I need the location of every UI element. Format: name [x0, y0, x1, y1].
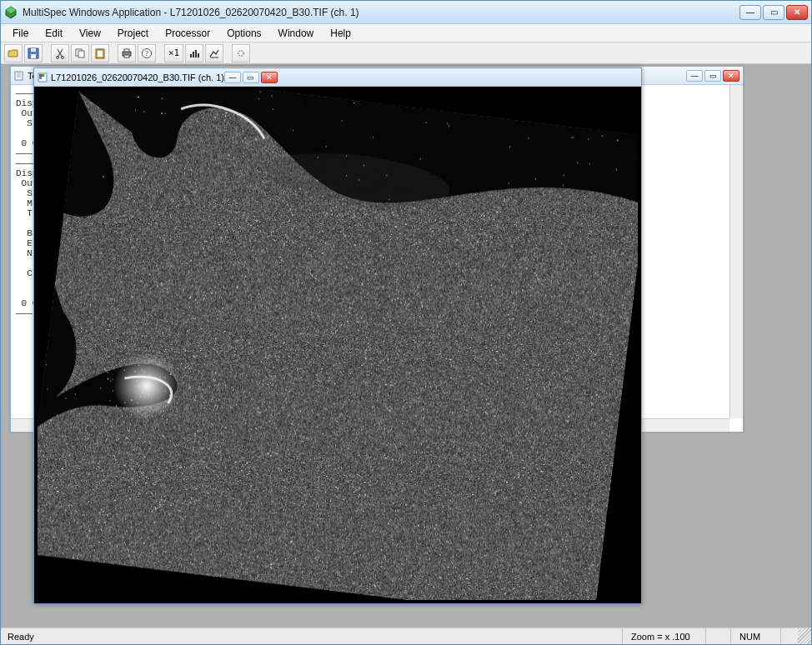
status-ready: Ready [1, 632, 622, 642]
menu-processor[interactable]: Processor [157, 26, 218, 41]
open-button[interactable] [4, 44, 23, 62]
zoom-1x-button[interactable]: ×1 [164, 44, 183, 62]
svg-rect-17 [190, 54, 192, 58]
svg-rect-19 [195, 50, 197, 58]
menu-project[interactable]: Project [109, 26, 157, 41]
minimize-button[interactable]: — [739, 5, 761, 20]
cursor-tool-button[interactable] [232, 44, 250, 62]
menu-edit[interactable]: Edit [37, 26, 71, 41]
text-window-close[interactable]: ✕ [723, 70, 739, 82]
status-zoom: Zoom = x .100 [622, 628, 705, 644]
image-window-close[interactable]: ✕ [261, 72, 278, 83]
image-window[interactable]: L71201026_02620070420_B30.TIF (ch. 1) — … [33, 68, 642, 604]
menubar: File Edit View Project Processor Options… [1, 24, 811, 42]
svg-rect-13 [124, 49, 129, 52]
svg-rect-4 [31, 48, 36, 52]
svg-rect-30 [39, 77, 42, 79]
image-viewport[interactable] [34, 87, 641, 603]
menu-view[interactable]: View [71, 26, 109, 41]
menu-options[interactable]: Options [218, 26, 269, 41]
image-window-maximize[interactable]: ▭ [243, 72, 259, 83]
text-window-vscroll[interactable] [729, 85, 743, 418]
svg-rect-8 [78, 51, 84, 58]
statusbar: Ready Zoom = x .100 NUM [1, 628, 811, 644]
histogram-button[interactable] [185, 44, 203, 62]
save-button[interactable] [24, 44, 43, 62]
maximize-button[interactable]: ▭ [763, 5, 784, 20]
svg-rect-20 [198, 53, 199, 58]
paste-button[interactable] [91, 44, 109, 62]
image-window-title: L71201026_02620070420_B30.TIF (ch. 1) [51, 72, 224, 82]
svg-rect-11 [98, 48, 102, 50]
text-window-maximize[interactable]: ▭ [704, 70, 721, 82]
image-icon [38, 72, 48, 82]
status-empty2 [780, 628, 798, 644]
menu-file[interactable]: File [4, 26, 37, 41]
satellite-image [38, 90, 638, 600]
print-button[interactable] [118, 44, 136, 62]
menu-window[interactable]: Window [270, 26, 323, 41]
app-window: MultiSpec Windows Application - L7120102… [0, 0, 812, 645]
cut-button[interactable] [51, 44, 69, 62]
svg-text:?: ? [145, 49, 148, 58]
app-title: MultiSpec Windows Application - L7120102… [23, 7, 739, 18]
svg-rect-29 [42, 74, 44, 77]
mdi-client: Tex — ▭ ✕ ————— Displ Out S 0 C ——— ————… [3, 64, 809, 628]
svg-rect-28 [39, 74, 42, 77]
svg-rect-10 [98, 51, 103, 57]
text-window-minimize[interactable]: — [686, 70, 703, 82]
status-num: NUM [730, 628, 780, 644]
svg-rect-3 [31, 54, 36, 58]
status-empty1 [705, 628, 730, 644]
titlebar[interactable]: MultiSpec Windows Application - L7120102… [1, 1, 811, 24]
overlay-button[interactable] [205, 44, 223, 62]
toolbar: ? ×1 [1, 42, 811, 64]
help-button[interactable]: ? [138, 44, 156, 62]
image-window-minimize[interactable]: — [224, 72, 241, 83]
resize-grip[interactable] [798, 628, 811, 644]
window-controls: — ▭ ✕ [739, 5, 808, 20]
copy-button[interactable] [71, 44, 89, 62]
app-icon [4, 6, 18, 19]
menu-help[interactable]: Help [322, 26, 359, 41]
svg-point-22 [238, 50, 243, 55]
svg-rect-14 [124, 55, 129, 58]
document-icon [14, 71, 24, 81]
close-button[interactable]: ✕ [786, 5, 808, 20]
image-window-titlebar[interactable]: L71201026_02620070420_B30.TIF (ch. 1) — … [34, 68, 641, 87]
svg-rect-18 [193, 52, 194, 58]
